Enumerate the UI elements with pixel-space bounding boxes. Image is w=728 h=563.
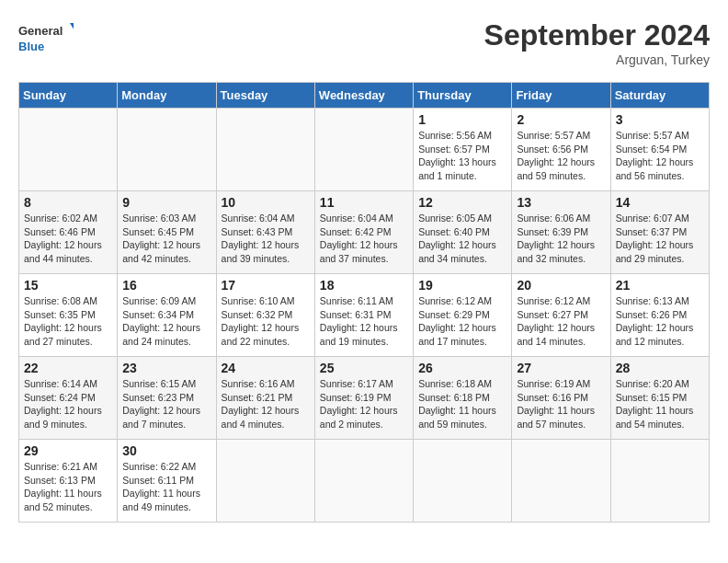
calendar-cell: 26 Sunrise: 6:18 AMSunset: 6:18 PMDaylig… [414, 357, 512, 440]
day-number: 17 [222, 278, 310, 293]
calendar-cell: 12 Sunrise: 6:05 AMSunset: 6:40 PMDaylig… [414, 191, 512, 274]
day-number: 26 [418, 361, 506, 375]
calendar-table: Sunday Monday Tuesday Wednesday Thursday… [18, 82, 710, 523]
day-number: 12 [418, 195, 506, 210]
day-info: Sunrise: 6:20 AMSunset: 6:15 PMDaylight:… [616, 378, 694, 430]
calendar-cell [19, 109, 118, 191]
day-number: 21 [616, 278, 704, 293]
svg-text:General: General [18, 24, 63, 38]
svg-marker-2 [70, 23, 74, 35]
day-number: 19 [418, 278, 506, 293]
location: Arguvan, Turkey [484, 52, 710, 67]
logo-svg: General Blue [18, 18, 74, 55]
day-number: 8 [24, 195, 112, 210]
calendar-cell: 29 Sunrise: 6:21 AMSunset: 6:13 PMDaylig… [19, 440, 118, 523]
calendar-cell [216, 109, 314, 191]
calendar-cell: 22 Sunrise: 6:14 AMSunset: 6:24 PMDaylig… [19, 357, 118, 440]
day-number: 11 [320, 195, 408, 210]
day-number: 23 [122, 361, 210, 375]
header-saturday: Saturday [610, 83, 709, 109]
day-info: Sunrise: 6:07 AMSunset: 6:37 PMDaylight:… [616, 213, 694, 264]
calendar-cell: 10 Sunrise: 6:04 AMSunset: 6:43 PMDaylig… [216, 191, 314, 274]
day-info: Sunrise: 6:10 AMSunset: 6:32 PMDaylight:… [222, 295, 300, 347]
calendar-cell: 11 Sunrise: 6:04 AMSunset: 6:42 PMDaylig… [314, 191, 413, 274]
calendar-cell: 23 Sunrise: 6:15 AMSunset: 6:23 PMDaylig… [118, 357, 216, 440]
day-info: Sunrise: 6:04 AMSunset: 6:42 PMDaylight:… [320, 213, 398, 264]
week-row-4: 22 Sunrise: 6:14 AMSunset: 6:24 PMDaylig… [19, 357, 710, 440]
calendar-cell: 13 Sunrise: 6:06 AMSunset: 6:39 PMDaylig… [512, 191, 610, 274]
calendar-cell: 3 Sunrise: 5:57 AMSunset: 6:54 PMDayligh… [610, 109, 709, 191]
calendar-cell: 18 Sunrise: 6:11 AMSunset: 6:31 PMDaylig… [314, 274, 413, 357]
header-row: Sunday Monday Tuesday Wednesday Thursday… [19, 83, 710, 109]
day-info: Sunrise: 6:08 AMSunset: 6:35 PMDaylight:… [24, 295, 102, 347]
day-info: Sunrise: 6:14 AMSunset: 6:24 PMDaylight:… [24, 378, 102, 430]
day-number: 14 [616, 195, 704, 210]
day-info: Sunrise: 6:03 AMSunset: 6:45 PMDaylight:… [122, 213, 200, 264]
header-monday: Monday [118, 83, 216, 109]
calendar-cell [314, 440, 413, 523]
logo: General Blue [18, 18, 74, 55]
calendar-cell: 9 Sunrise: 6:03 AMSunset: 6:45 PMDayligh… [118, 191, 216, 274]
day-number: 16 [122, 278, 210, 293]
day-info: Sunrise: 6:02 AMSunset: 6:46 PMDaylight:… [24, 213, 102, 264]
calendar-cell: 2 Sunrise: 5:57 AMSunset: 6:56 PMDayligh… [512, 109, 610, 191]
calendar-cell: 28 Sunrise: 6:20 AMSunset: 6:15 PMDaylig… [610, 357, 709, 440]
calendar-cell: 1 Sunrise: 5:56 AMSunset: 6:57 PMDayligh… [414, 109, 512, 191]
calendar-cell [118, 109, 216, 191]
header-tuesday: Tuesday [216, 83, 314, 109]
calendar-cell [610, 440, 709, 523]
title-block: September 2024 Arguvan, Turkey [484, 18, 710, 67]
calendar-body: 1 Sunrise: 5:56 AMSunset: 6:57 PMDayligh… [19, 109, 710, 523]
day-info: Sunrise: 6:05 AMSunset: 6:40 PMDaylight:… [418, 213, 496, 264]
header-friday: Friday [512, 83, 610, 109]
day-number: 1 [418, 112, 506, 127]
calendar-cell: 17 Sunrise: 6:10 AMSunset: 6:32 PMDaylig… [216, 274, 314, 357]
calendar-cell: 19 Sunrise: 6:12 AMSunset: 6:29 PMDaylig… [414, 274, 512, 357]
day-info: Sunrise: 6:17 AMSunset: 6:19 PMDaylight:… [320, 378, 398, 430]
day-info: Sunrise: 6:06 AMSunset: 6:39 PMDaylight:… [517, 213, 595, 264]
week-row-2: 8 Sunrise: 6:02 AMSunset: 6:46 PMDayligh… [19, 191, 710, 274]
day-info: Sunrise: 6:18 AMSunset: 6:18 PMDaylight:… [418, 378, 496, 430]
day-info: Sunrise: 6:09 AMSunset: 6:34 PMDaylight:… [122, 295, 200, 347]
calendar-cell [414, 440, 512, 523]
day-number: 3 [616, 112, 704, 127]
calendar-cell: 25 Sunrise: 6:17 AMSunset: 6:19 PMDaylig… [314, 357, 413, 440]
day-info: Sunrise: 6:19 AMSunset: 6:16 PMDaylight:… [517, 378, 595, 430]
calendar-cell [314, 109, 413, 191]
day-number: 18 [320, 278, 408, 293]
day-number: 10 [222, 195, 310, 210]
svg-text:Blue: Blue [18, 40, 44, 53]
week-row-5: 29 Sunrise: 6:21 AMSunset: 6:13 PMDaylig… [19, 440, 710, 523]
week-row-3: 15 Sunrise: 6:08 AMSunset: 6:35 PMDaylig… [19, 274, 710, 357]
day-number: 15 [24, 278, 112, 293]
month-title: September 2024 [484, 18, 710, 52]
day-number: 29 [24, 443, 112, 458]
day-number: 30 [122, 443, 210, 458]
calendar-cell: 21 Sunrise: 6:13 AMSunset: 6:26 PMDaylig… [610, 274, 709, 357]
calendar-cell: 16 Sunrise: 6:09 AMSunset: 6:34 PMDaylig… [118, 274, 216, 357]
day-info: Sunrise: 5:56 AMSunset: 6:57 PMDaylight:… [418, 130, 496, 181]
day-info: Sunrise: 6:13 AMSunset: 6:26 PMDaylight:… [616, 295, 694, 347]
day-info: Sunrise: 6:15 AMSunset: 6:23 PMDaylight:… [122, 378, 200, 430]
day-number: 9 [122, 195, 210, 210]
week-row-1: 1 Sunrise: 5:56 AMSunset: 6:57 PMDayligh… [19, 109, 710, 191]
day-info: Sunrise: 6:21 AMSunset: 6:13 PMDaylight:… [24, 461, 102, 512]
day-info: Sunrise: 5:57 AMSunset: 6:56 PMDaylight:… [517, 130, 595, 181]
calendar-header: Sunday Monday Tuesday Wednesday Thursday… [19, 83, 710, 109]
day-info: Sunrise: 6:12 AMSunset: 6:27 PMDaylight:… [517, 295, 595, 347]
day-info: Sunrise: 6:16 AMSunset: 6:21 PMDaylight:… [222, 378, 300, 430]
calendar-cell [512, 440, 610, 523]
day-number: 20 [517, 278, 605, 293]
day-info: Sunrise: 6:12 AMSunset: 6:29 PMDaylight:… [418, 295, 496, 347]
day-number: 28 [616, 361, 704, 375]
day-number: 25 [320, 361, 408, 375]
page-header: General Blue September 2024 Arguvan, Tur… [18, 18, 710, 67]
calendar-cell: 20 Sunrise: 6:12 AMSunset: 6:27 PMDaylig… [512, 274, 610, 357]
day-info: Sunrise: 5:57 AMSunset: 6:54 PMDaylight:… [616, 130, 694, 181]
day-number: 24 [222, 361, 310, 375]
calendar-cell: 24 Sunrise: 6:16 AMSunset: 6:21 PMDaylig… [216, 357, 314, 440]
calendar-cell: 15 Sunrise: 6:08 AMSunset: 6:35 PMDaylig… [19, 274, 118, 357]
day-number: 27 [517, 361, 605, 375]
header-thursday: Thursday [414, 83, 512, 109]
calendar-cell: 14 Sunrise: 6:07 AMSunset: 6:37 PMDaylig… [610, 191, 709, 274]
